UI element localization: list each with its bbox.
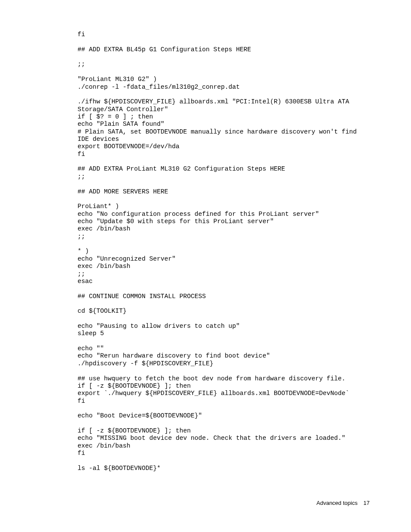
page-footer: Advanced topics 17 — [317, 500, 370, 506]
code-block: fi ## ADD EXTRA BL45p G1 Configuration S… — [78, 31, 370, 472]
document-page: fi ## ADD EXTRA BL45p G1 Configuration S… — [0, 0, 411, 532]
footer-section-title: Advanced topics — [317, 500, 358, 506]
footer-page-number: 17 — [364, 500, 370, 506]
